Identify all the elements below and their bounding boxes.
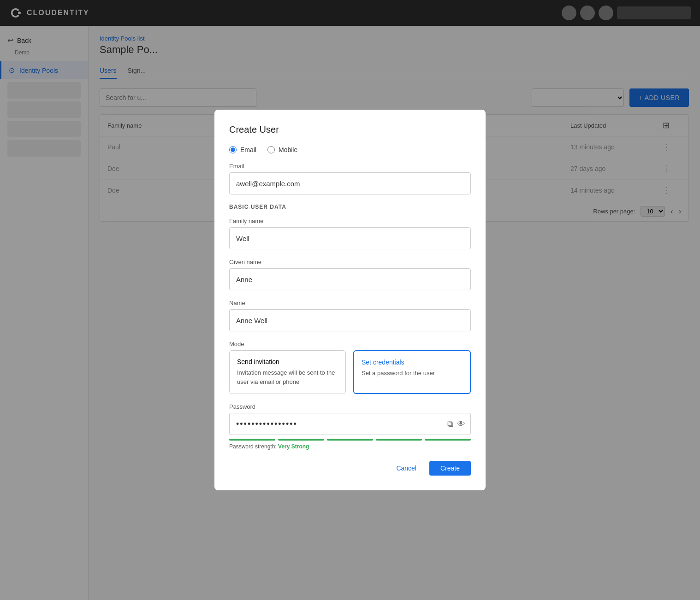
cancel-button[interactable]: Cancel: [389, 461, 424, 476]
strength-bar-1: [229, 439, 275, 441]
strength-bar-2: [278, 439, 324, 441]
mode-label: Mode: [229, 341, 471, 347]
create-button[interactable]: Create: [429, 461, 471, 476]
set-credentials-desc: Set a password for the user: [362, 369, 463, 378]
set-credentials-card[interactable]: Set credentials Set a password for the u…: [353, 350, 471, 394]
name-field-group: Name: [229, 300, 471, 331]
email-radio-label[interactable]: Email: [229, 146, 256, 153]
email-radio[interactable]: [229, 146, 237, 153]
password-input[interactable]: [229, 413, 471, 435]
mobile-radio[interactable]: [267, 146, 275, 153]
copy-password-icon[interactable]: ⧉: [447, 419, 453, 429]
send-invitation-desc: Invitation message will be sent to the u…: [237, 368, 338, 386]
toggle-password-icon[interactable]: 👁: [457, 419, 465, 429]
given-name-field-group: Given name: [229, 259, 471, 290]
password-field-group: Password ⧉ 👁 Password strength: Very Str…: [229, 403, 471, 450]
strength-bar-4: [376, 439, 422, 441]
basic-user-data-section: BASIC USER DATA: [229, 204, 471, 210]
strength-bar-5: [425, 439, 471, 441]
mode-group: Send invitation Invitation message will …: [229, 350, 471, 394]
identifier-radio-group: Email Mobile: [229, 146, 471, 153]
family-name-field-group: Family name: [229, 218, 471, 249]
create-user-modal: Create User Email Mobile Email BASIC USE…: [214, 110, 486, 490]
given-name-label: Given name: [229, 259, 471, 265]
password-icons: ⧉ 👁: [447, 419, 465, 429]
strength-bars: [229, 439, 471, 441]
password-label: Password: [229, 403, 471, 410]
name-label: Name: [229, 300, 471, 306]
given-name-input[interactable]: [229, 268, 471, 290]
modal-overlay: Create User Email Mobile Email BASIC USE…: [0, 0, 700, 600]
send-invitation-title: Send invitation: [237, 358, 338, 365]
email-radio-text: Email: [240, 146, 256, 153]
family-name-input[interactable]: [229, 227, 471, 249]
strength-text: Password strength: Very Strong: [229, 443, 471, 450]
modal-footer: Cancel Create: [229, 461, 471, 476]
set-credentials-title: Set credentials: [362, 359, 463, 366]
email-field-group: Email: [229, 163, 471, 194]
email-label: Email: [229, 163, 471, 170]
strength-bar-3: [327, 439, 373, 441]
family-name-label: Family name: [229, 218, 471, 224]
strength-value: Very Strong: [278, 443, 309, 450]
send-invitation-card[interactable]: Send invitation Invitation message will …: [229, 350, 346, 394]
email-input[interactable]: [229, 172, 471, 194]
modal-title: Create User: [229, 124, 471, 135]
mobile-radio-label[interactable]: Mobile: [267, 146, 297, 153]
name-input[interactable]: [229, 309, 471, 331]
password-wrapper: ⧉ 👁: [229, 413, 471, 435]
mobile-radio-text: Mobile: [279, 146, 297, 153]
strength-label: Password strength:: [229, 443, 277, 450]
